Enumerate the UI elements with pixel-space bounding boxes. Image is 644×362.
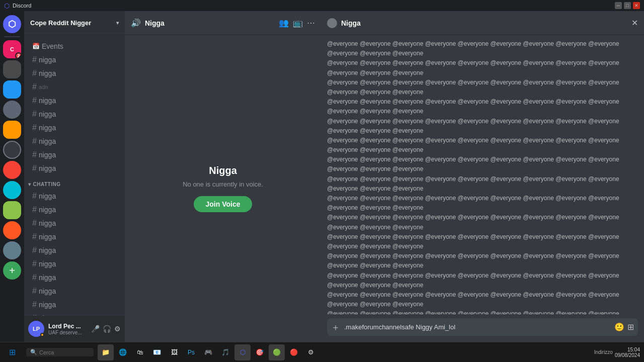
emoji-icon[interactable]: 🙂	[614, 322, 624, 332]
channel-nigga-9[interactable]: #nigga	[26, 162, 123, 175]
start-button[interactable]: ⊞	[0, 347, 24, 357]
category-chatting[interactable]: ▾ CHATTING	[24, 175, 125, 189]
channel-chat-4[interactable]: #nigga	[26, 230, 123, 243]
add-message-icon[interactable]: ＋	[331, 321, 340, 333]
channel-chat-10[interactable]: #nigga	[26, 312, 123, 316]
channel-name: nigga	[39, 137, 56, 145]
grid-icon[interactable]: ⊞	[627, 322, 634, 332]
server-icon-2[interactable]	[3, 60, 21, 78]
chat-panel: Nigga ✕ @everyone @everyone @everyone @e…	[321, 11, 644, 342]
taskbar-app-store[interactable]: 🛍	[132, 344, 148, 360]
server-icon-9[interactable]	[3, 201, 21, 219]
channel-chat-6[interactable]: #nigga	[26, 257, 123, 270]
channel-name: nigga	[39, 260, 56, 268]
voice-title: Nigga	[209, 165, 237, 176]
add-user-icon[interactable]: 👥	[279, 18, 289, 28]
server-icon-3[interactable]	[3, 80, 21, 99]
search-input[interactable]	[39, 349, 90, 355]
microphone-icon[interactable]: 🎤	[91, 325, 100, 333]
taskbar-app-misc2[interactable]: 🎵	[217, 344, 233, 360]
voice-main-area: Nigga No one is currently in voice. Join…	[125, 35, 321, 342]
close-button[interactable]: ✕	[633, 2, 640, 9]
hash-icon: #	[32, 164, 37, 173]
taskbar-app-misc6[interactable]: ⚙	[303, 344, 319, 360]
channel-name: nigga	[39, 124, 56, 132]
settings-icon[interactable]: ⚙	[114, 325, 121, 333]
search-icon: 🔍	[30, 349, 37, 355]
hash-icon: #	[32, 137, 37, 146]
join-voice-button[interactable]: Join Voice	[194, 196, 253, 212]
taskbar-app-discord[interactable]: ⬡	[234, 344, 251, 360]
channel-chat-9[interactable]: #nigga	[26, 298, 123, 311]
hash-icon: #	[32, 273, 37, 282]
minimize-button[interactable]: ─	[615, 2, 622, 9]
category-label: CHATTING	[33, 182, 61, 187]
channel-nigga-7[interactable]: #nigga	[26, 135, 123, 148]
server-icon-5[interactable]	[3, 121, 21, 139]
hash-icon: #	[32, 300, 37, 309]
channel-nigga-5[interactable]: #nigga	[26, 108, 123, 121]
server-icon-7[interactable]	[3, 161, 21, 179]
close-dm-button[interactable]: ✕	[631, 18, 638, 28]
server-icon-10[interactable]	[3, 221, 21, 239]
hash-icon: #	[32, 55, 37, 64]
channel-chat-7[interactable]: #nigga	[26, 271, 123, 284]
channel-name: nigga	[39, 97, 56, 105]
server-icon-4[interactable]	[3, 101, 21, 119]
more-icon[interactable]: ⋯	[307, 18, 315, 28]
calendar-icon: 📅	[32, 43, 40, 50]
screenshare-icon[interactable]: 📺	[293, 18, 303, 28]
channel-nigga-3[interactable]: #adn	[26, 80, 123, 94]
taskbar-app-misc5[interactable]: 🔴	[286, 344, 302, 360]
app-body: ⬡ C 2 + Cope Reddit Nigger ▾ 📅 Events	[0, 11, 644, 342]
hash-icon: #	[32, 69, 37, 78]
voice-topbar-icons: 👥 📺 ⋯	[279, 18, 315, 28]
channel-nigga-2[interactable]: #nigga	[26, 67, 123, 80]
chat-input[interactable]	[344, 318, 610, 336]
taskbar-app-file[interactable]: 📁	[98, 344, 114, 360]
taskbar-app-mail[interactable]: 📧	[149, 344, 165, 360]
time-display: 15:04	[615, 347, 640, 352]
channel-chat-8[interactable]: #nigga	[26, 285, 123, 298]
address-label: Indirizzo	[594, 349, 613, 355]
taskbar-search[interactable]: 🔍	[26, 348, 94, 356]
channel-nigga-6[interactable]: #nigga	[26, 121, 123, 134]
server-icon-discord[interactable]: ⬡	[3, 15, 21, 33]
avatar: LP	[28, 321, 44, 337]
taskbar-app-misc3[interactable]: 🎯	[252, 344, 268, 360]
taskbar-icons: 📁 🌐 🛍 📧 🖼 Ps 🎮 🎵 ⬡ 🎯 🟢 🔴 ⚙	[98, 344, 319, 360]
taskbar-app-misc1[interactable]: 🎮	[200, 344, 216, 360]
headphone-icon[interactable]: 🎧	[103, 325, 111, 333]
channel-nigga-4[interactable]: #nigga	[26, 94, 123, 107]
server-icon-12[interactable]: +	[3, 261, 21, 280]
channel-chat-3[interactable]: #nigga	[26, 217, 123, 230]
username: Lord Pec ...	[48, 323, 87, 330]
taskbar-app-edge[interactable]: 🌐	[115, 344, 131, 360]
server-name-bar[interactable]: Cope Reddit Nigger ▾	[24, 11, 125, 35]
dm-name: Nigga	[341, 19, 361, 27]
taskbar-app-photos[interactable]: 🖼	[166, 344, 182, 360]
user-info: Lord Pec ... UAF deserve...	[48, 323, 87, 335]
taskbar-right: Indirizzo 15:04 09/08/2024	[594, 347, 644, 358]
taskbar-app-ps[interactable]: Ps	[183, 344, 199, 360]
channel-chat-1[interactable]: #nigga	[26, 190, 123, 203]
server-divider	[4, 36, 20, 37]
channel-chat-2[interactable]: #nigga	[26, 203, 123, 216]
chat-topbar: Nigga ✕	[321, 11, 644, 35]
server-icon-11[interactable]	[3, 241, 21, 259]
hash-icon: #	[32, 219, 37, 228]
channel-chat-5[interactable]: #nigga	[26, 244, 123, 257]
taskbar-app-misc4[interactable]: 🟢	[269, 344, 285, 360]
maximize-button[interactable]: □	[624, 2, 631, 9]
events-item[interactable]: 📅 Events	[26, 40, 123, 53]
hash-icon: #	[32, 246, 37, 255]
server-icon-8[interactable]	[3, 181, 21, 199]
hash-icon: #	[32, 205, 37, 214]
channel-nigga-1[interactable]: #nigga	[26, 53, 123, 66]
date-display: 09/08/2024	[615, 352, 640, 358]
channel-nigga-8[interactable]: #nigga	[26, 148, 123, 161]
speaker-icon: 🔊	[131, 18, 141, 28]
server-icon-1[interactable]: C 2	[3, 40, 21, 58]
voice-subtitle: No one is currently in voice.	[183, 180, 263, 188]
server-icon-6[interactable]	[3, 141, 21, 159]
